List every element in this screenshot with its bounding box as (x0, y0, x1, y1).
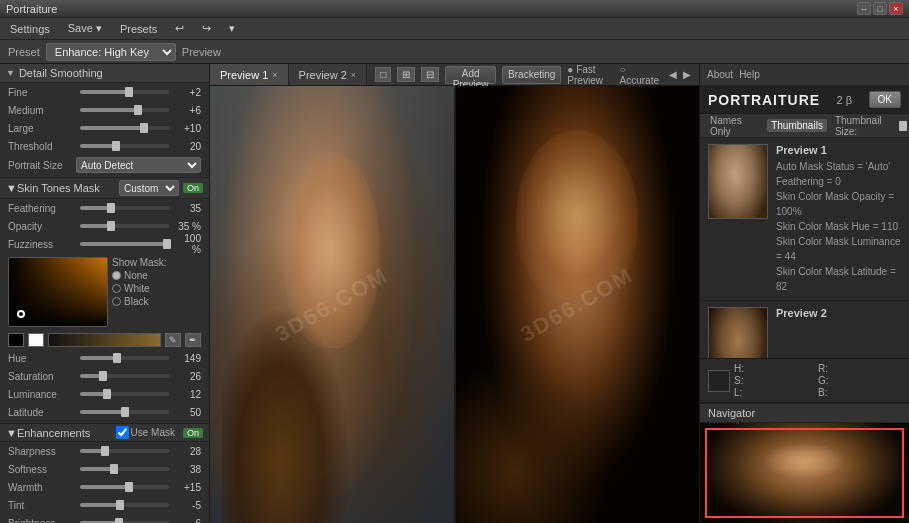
view-dual-icon[interactable]: ⊞ (397, 67, 415, 82)
luminance-slider[interactable] (80, 392, 169, 396)
hue-label: Hue (8, 353, 76, 364)
tab-preview-2[interactable]: Preview 2 × (289, 64, 368, 85)
color-marker (17, 310, 25, 318)
sharpness-slider[interactable] (80, 449, 169, 453)
hue-value: 149 (173, 353, 201, 364)
detail-smoothing-arrow: ▼ (6, 68, 15, 78)
brightness-value: -6 (173, 518, 201, 524)
portrait-size-label: Portrait Size (8, 160, 76, 171)
hsl-row: H: R: S: G: L: B: (708, 363, 901, 398)
skin-tones-label: Skin Tones Mask (17, 182, 119, 194)
tint-slider[interactable] (80, 503, 169, 507)
color-gradient[interactable] (8, 257, 108, 327)
black-radio-row[interactable]: Black (112, 296, 201, 307)
about-button[interactable]: About (704, 69, 736, 80)
menu-save[interactable]: Save ▾ (64, 20, 106, 37)
hsl-section: H: R: S: G: L: B: (700, 358, 909, 403)
tab-preview-2-close[interactable]: × (351, 70, 356, 80)
black-label: Black (124, 296, 148, 307)
enhancements-label: Enhancements (17, 427, 116, 439)
thumbnail-detail-1-1: Feathering = 0 (776, 174, 901, 189)
latitude-slider[interactable] (80, 410, 169, 414)
eyedropper-1-icon[interactable]: ✎ (165, 333, 181, 347)
navigator-view[interactable] (700, 423, 909, 523)
main-layout: ▼ Detail Smoothing Fine +2 Medium +6 Lar… (0, 64, 909, 523)
menu-settings[interactable]: Settings (6, 21, 54, 37)
accurate-radio[interactable]: ○ Accurate (620, 64, 659, 86)
warmth-value: +15 (173, 482, 201, 493)
threshold-slider[interactable] (80, 144, 169, 148)
thumbnail-image-1 (708, 144, 768, 219)
eyedropper-2-icon[interactable]: ✒ (185, 333, 201, 347)
menu-redo[interactable]: ↪ (198, 20, 215, 37)
threshold-value: 20 (173, 141, 201, 152)
saturation-row: Saturation 26 (0, 367, 209, 385)
app-title: Portraiture (6, 3, 57, 15)
nav-arrow-left[interactable]: ◀ (669, 69, 677, 80)
black-radio[interactable] (112, 297, 121, 306)
fast-preview-radio[interactable]: ● Fast Preview (567, 64, 613, 86)
large-slider[interactable] (80, 126, 169, 130)
fine-slider[interactable] (80, 90, 169, 94)
white-radio-row[interactable]: White (112, 283, 201, 294)
thumbnail-image-2 (708, 307, 768, 358)
luminance-value: 12 (173, 389, 201, 400)
b-label: B: (818, 387, 901, 398)
warmth-slider[interactable] (80, 485, 169, 489)
maximize-button[interactable]: □ (873, 2, 887, 15)
feathering-row: Feathering 35 (0, 199, 209, 217)
menu-presets[interactable]: Presets (116, 21, 161, 37)
preset-dropdown[interactable]: Enhance: High Key (46, 43, 176, 61)
minimize-button[interactable]: – (857, 2, 871, 15)
right-panel-header: About Help (700, 64, 909, 86)
names-only-button[interactable]: Names Only (706, 114, 763, 138)
bracketing-button[interactable]: Bracketing (502, 66, 561, 84)
enhancements-header: ▼ Enhancements Use Mask On (0, 423, 209, 442)
thumbnail-detail-1-5: Skin Color Mask Latitude = 82 (776, 264, 901, 294)
opacity-slider[interactable] (80, 224, 169, 228)
softness-row: Softness 38 (0, 460, 209, 478)
softness-slider[interactable] (80, 467, 169, 471)
tab-preview-1-close[interactable]: × (272, 70, 277, 80)
close-button[interactable]: × (889, 2, 903, 15)
nav-arrow-right[interactable]: ▶ (683, 69, 691, 80)
white-radio[interactable] (112, 284, 121, 293)
help-button[interactable]: Help (736, 69, 763, 80)
hue-slider[interactable] (80, 356, 169, 360)
feathering-slider[interactable] (80, 206, 169, 210)
ok-button[interactable]: OK (869, 91, 901, 108)
detail-smoothing-header: ▼ Detail Smoothing (0, 64, 209, 83)
thumbnail-controls: Names Only Thumbnails Thumbnail Size: (700, 114, 909, 138)
none-radio-row[interactable]: None (112, 270, 201, 281)
add-preview-button[interactable]: Add Preview (445, 66, 496, 84)
thumb-portrait-image-1 (709, 145, 767, 218)
tab-preview-1[interactable]: Preview 1 × (210, 64, 289, 85)
enhancements-on-badge: On (183, 428, 203, 438)
portrait-size-dropdown[interactable]: Auto Detect (76, 157, 201, 173)
right-panel: About Help PORTRAITURE 2 β OK Names Only… (699, 64, 909, 523)
menu-arrow[interactable]: ▾ (225, 20, 239, 37)
fine-row: Fine +2 (0, 83, 209, 101)
preview-images-container: 3D66.COM 3D66.COM (210, 86, 699, 523)
brightness-label: Brightness (8, 518, 76, 524)
menu-undo[interactable]: ↩ (171, 20, 188, 37)
skin-tones-header: ▼ Skin Tones Mask Custom On (0, 177, 209, 199)
skin-tones-custom-dropdown[interactable]: Custom (119, 180, 179, 196)
black-swatch (8, 333, 24, 347)
view-multi-icon[interactable]: ⊟ (421, 67, 439, 82)
none-radio[interactable] (112, 271, 121, 280)
medium-slider[interactable] (80, 108, 169, 112)
sharpness-value: 28 (173, 446, 201, 457)
saturation-slider[interactable] (80, 374, 169, 378)
softness-label: Softness (8, 464, 76, 475)
use-mask-checkbox[interactable] (116, 426, 129, 439)
title-bar: Portraiture – □ × (0, 0, 909, 18)
enhancements-arrow: ▼ (6, 427, 17, 439)
thumbnails-button[interactable]: Thumbnails (767, 119, 827, 132)
thumbnail-item-2[interactable]: Preview 2 (700, 301, 909, 358)
fuzziness-slider[interactable] (80, 242, 169, 246)
thumbnail-item-1[interactable]: Preview 1 Auto Mask Status = 'Auto' Feat… (700, 138, 909, 301)
view-single-icon[interactable]: □ (375, 67, 391, 82)
hsl-black-swatch (708, 370, 730, 392)
thumbnail-detail-1-0: Auto Mask Status = 'Auto' (776, 159, 901, 174)
